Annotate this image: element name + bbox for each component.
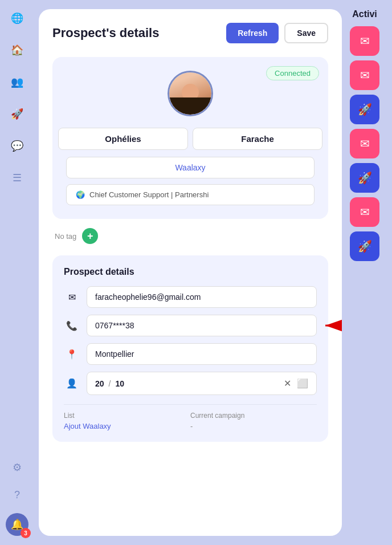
sidebar-item-globe[interactable]: 🌐 xyxy=(8,9,26,27)
list-column: List Ajout Waalaxy xyxy=(64,412,190,430)
notification-button[interactable]: 🔔 3 xyxy=(6,513,28,536)
avatar xyxy=(168,71,213,116)
campaign-label: Current campaign xyxy=(190,412,317,420)
role-text: Chief Customer Support | Partnershi xyxy=(89,190,209,199)
sidebar-item-help[interactable]: ? xyxy=(8,486,26,504)
campaign-value: - xyxy=(190,422,317,430)
notification-badge: 3 xyxy=(21,528,31,538)
score-field: 20 / 10 ✕ ⬜ xyxy=(87,372,317,395)
company-input[interactable] xyxy=(66,157,315,178)
score-row: 👤 20 / 10 ✕ ⬜ xyxy=(64,372,317,395)
add-tag-button[interactable]: + xyxy=(82,228,98,244)
page-title: Prospect's details xyxy=(52,26,159,40)
sidebar-item-rocket[interactable]: 🚀 xyxy=(8,105,26,123)
role-field: 🌍 Chief Customer Support | Partnershi xyxy=(66,184,315,205)
activity-email-btn-3[interactable]: ✉ xyxy=(350,129,379,158)
sidebar-item-users[interactable]: 👥 xyxy=(8,73,26,91)
activity-title: Activi xyxy=(352,9,377,19)
email-icon: ✉ xyxy=(64,289,80,305)
score-current: 20 xyxy=(95,379,104,388)
sidebar-item-home[interactable]: 🏠 xyxy=(8,41,26,59)
list-label: List xyxy=(64,412,190,420)
panel-header: Prospect's details Refresh Save xyxy=(52,23,328,43)
list-value[interactable]: Ajout Waalaxy xyxy=(64,422,190,430)
role-emoji: 🌍 xyxy=(76,190,85,199)
location-row: 📍 xyxy=(64,343,317,365)
first-name-input[interactable] xyxy=(58,128,188,150)
list-campaign-section: List Ajout Waalaxy Current campaign - xyxy=(64,404,317,430)
score-max: 10 xyxy=(115,379,124,388)
score-expand-button[interactable]: ⬜ xyxy=(297,378,308,389)
score-divider: / xyxy=(109,379,111,388)
avatar-image xyxy=(169,72,211,115)
red-arrow-indicator xyxy=(322,320,342,331)
score-icon: 👤 xyxy=(64,376,80,392)
last-name-input[interactable] xyxy=(193,128,322,150)
header-buttons: Refresh Save xyxy=(226,23,328,43)
score-clear-button[interactable]: ✕ xyxy=(284,378,291,389)
phone-input[interactable] xyxy=(87,315,317,336)
phone-row: 📞 xyxy=(64,315,317,336)
sidebar-bottom: ⚙ ? 🔔 3 xyxy=(6,458,28,536)
campaign-column: Current campaign - xyxy=(190,412,317,430)
no-tag-label: No tag xyxy=(55,232,76,241)
email-row: ✉ xyxy=(64,286,317,308)
phone-icon: 📞 xyxy=(64,318,80,333)
save-button[interactable]: Save xyxy=(284,23,328,43)
location-input[interactable] xyxy=(87,343,317,365)
activity-panel: Activi ✉ ✉ 🚀 ✉ 🚀 ✉ 🚀 xyxy=(342,9,387,536)
sidebar-item-list[interactable]: ☰ xyxy=(8,169,26,187)
profile-card: Connected 🌍 Chief Customer Support | Par… xyxy=(52,57,328,219)
sidebar: 🌐 🏠 👥 🚀 💬 ☰ ⚙ ? 🔔 3 xyxy=(0,0,34,545)
connected-badge: Connected xyxy=(266,66,319,80)
activity-email-btn-4[interactable]: ✉ xyxy=(350,197,379,227)
activity-rocket-btn-3[interactable]: 🚀 xyxy=(350,231,379,261)
details-section-title: Prospect details xyxy=(64,267,317,277)
main-content: Prospect's details Refresh Save Connecte… xyxy=(34,0,392,545)
refresh-button[interactable]: Refresh xyxy=(226,23,279,43)
name-fields xyxy=(66,128,315,150)
activity-rocket-btn-1[interactable]: 🚀 xyxy=(350,95,379,124)
location-icon: 📍 xyxy=(64,346,80,362)
activity-email-btn-1[interactable]: ✉ xyxy=(350,26,379,56)
prospect-details-section: Prospect details ✉ 📞 xyxy=(52,255,328,442)
email-input[interactable] xyxy=(87,286,317,308)
tag-section: No tag + xyxy=(52,228,328,244)
prospect-panel: Prospect's details Refresh Save Connecte… xyxy=(39,9,342,536)
sidebar-item-settings[interactable]: ⚙ xyxy=(8,458,26,477)
activity-rocket-btn-2[interactable]: 🚀 xyxy=(350,163,379,193)
activity-email-btn-2[interactable]: ✉ xyxy=(350,60,379,90)
sidebar-item-chat[interactable]: 💬 xyxy=(8,137,26,155)
